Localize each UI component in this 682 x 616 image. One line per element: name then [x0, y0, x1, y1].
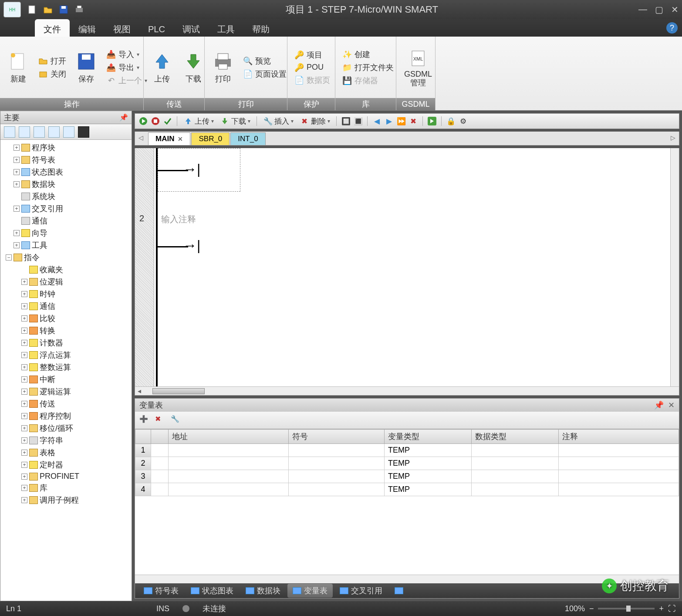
tool-icon[interactable]: 🔧	[171, 415, 182, 426]
col-datatype[interactable]: 数据类型	[472, 430, 559, 444]
qat-save-icon[interactable]	[57, 3, 70, 16]
var-hscroll[interactable]	[135, 575, 679, 583]
btab-status[interactable]: 状态图表	[186, 584, 239, 598]
pin-icon[interactable]: 📌	[119, 113, 128, 122]
tool-icon[interactable]: 🔳	[353, 116, 363, 126]
tb-download-button[interactable]: 下载▾	[218, 116, 252, 126]
tab-sbr0[interactable]: SBR_0	[191, 132, 230, 145]
delete-row-icon[interactable]: ✖	[155, 415, 166, 426]
run-icon[interactable]	[138, 116, 148, 126]
comment-placeholder[interactable]: 输入注释	[161, 213, 196, 225]
close-icon[interactable]: ✕	[671, 4, 679, 15]
tree-shift[interactable]: 移位/循环	[40, 423, 73, 433]
btab-var[interactable]: 变量表	[287, 584, 333, 598]
save-button[interactable]: 保存	[72, 48, 100, 87]
tree-view-icon[interactable]	[34, 126, 45, 138]
download-button[interactable]: 下载	[179, 48, 207, 87]
nav-icon[interactable]: ⏩	[396, 116, 406, 126]
tab-nav-right-icon[interactable]: ▷	[671, 134, 675, 141]
protect-pou-button[interactable]: 🔑POU	[292, 62, 333, 73]
tree-move[interactable]: 传送	[40, 399, 55, 409]
tb-insert-button[interactable]: 🔧插入▾	[261, 116, 295, 126]
go-icon[interactable]	[427, 116, 437, 126]
tree-float[interactable]: 浮点运算	[40, 350, 71, 360]
protect-datapage-button[interactable]: 📄数据页	[292, 74, 333, 86]
tree-bit-logic[interactable]: 位逻辑	[40, 277, 63, 287]
tree-compare[interactable]: 比较	[40, 313, 55, 324]
vertical-scrollbar[interactable]	[670, 148, 679, 386]
close-icon[interactable]: ✕	[668, 400, 675, 410]
col-address[interactable]: 地址	[169, 430, 289, 444]
tree-view-icon[interactable]	[48, 126, 60, 138]
tree-logic[interactable]: 逻辑运算	[40, 386, 71, 397]
zoom-control[interactable]: 100% − + ⛶	[565, 604, 676, 613]
tree-string[interactable]: 字符串	[40, 435, 63, 446]
nav-icon[interactable]: ▶	[384, 116, 394, 126]
export-button[interactable]: 📤导出 ▾	[104, 61, 150, 74]
tb-upload-button[interactable]: 上传▾	[182, 116, 216, 126]
tree-convert[interactable]: 转换	[40, 325, 55, 336]
qat-new-icon[interactable]	[26, 3, 38, 16]
tree-wizard[interactable]: 向导	[32, 228, 47, 238]
tree-program-block[interactable]: 程序块	[32, 142, 55, 153]
ladder-editor[interactable]: →| 2 输入注释 →| ◂	[135, 148, 679, 396]
btab-data[interactable]: 数据块	[240, 584, 286, 598]
tree-instructions[interactable]: 指令	[24, 252, 40, 263]
tree-status-chart[interactable]: 状态图表	[32, 167, 63, 177]
gsdml-button[interactable]: XMLGSDML 管理	[401, 45, 436, 90]
page-setup-button[interactable]: 📄页面设置	[240, 68, 289, 80]
minimize-icon[interactable]: —	[638, 4, 647, 15]
zoom-fit-icon[interactable]: ⛶	[668, 604, 676, 613]
tab-nav-left-icon[interactable]: ◁	[138, 134, 143, 141]
tab-close-icon[interactable]: ✕	[178, 135, 183, 142]
table-row[interactable]: 3TEMP	[135, 470, 679, 483]
open-button[interactable]: 打开	[36, 55, 69, 67]
tab-int0[interactable]: INT_0	[230, 132, 265, 145]
lock-icon[interactable]: 🔒	[446, 116, 456, 126]
import-button[interactable]: 📥导入 ▾	[104, 48, 150, 61]
tree-crossref[interactable]: 交叉引用	[32, 203, 63, 214]
new-button[interactable]: 新建	[4, 48, 32, 87]
horizontal-scrollbar[interactable]: ◂	[135, 386, 679, 395]
table-row[interactable]: 2TEMP	[135, 457, 679, 470]
tree-comm2[interactable]: 通信	[40, 301, 55, 311]
tree-interrupt[interactable]: 中断	[40, 374, 55, 385]
table-row[interactable]: 4TEMP	[135, 483, 679, 496]
tree-timer[interactable]: 定时器	[40, 460, 63, 470]
tab-debug[interactable]: 调试	[174, 19, 209, 37]
pin-icon[interactable]: 📌	[654, 400, 664, 410]
variable-table[interactable]: 地址 符号 变量类型 数据类型 注释 1TEMP 2TEMP 3TEMP 4TE…	[135, 429, 679, 575]
tree-lib[interactable]: 库	[40, 483, 47, 493]
tree-table[interactable]: 表格	[40, 447, 55, 458]
help-icon[interactable]: ?	[666, 22, 678, 34]
add-row-icon[interactable]: ➕	[139, 415, 151, 426]
tree-progctrl[interactable]: 程序控制	[40, 411, 71, 421]
lib-create-button[interactable]: ✨创建	[340, 48, 396, 61]
maximize-icon[interactable]: ▢	[655, 4, 663, 15]
nav-icon[interactable]: ✖	[409, 116, 418, 126]
lib-open-folder-button[interactable]: 📁打开文件夹	[340, 61, 396, 74]
upload-button[interactable]: 上传	[148, 48, 176, 87]
qat-open-icon[interactable]	[42, 3, 54, 16]
tree-data-block[interactable]: 数据块	[32, 179, 55, 190]
tree-view-icon[interactable]	[78, 126, 89, 138]
tab-tools[interactable]: 工具	[209, 19, 243, 37]
preview-button[interactable]: 🔍预览	[240, 55, 289, 67]
close-button[interactable]: 关闭	[36, 68, 69, 80]
zoom-slider[interactable]	[598, 608, 655, 609]
btab-xref[interactable]: 交叉引用	[334, 584, 388, 598]
tab-help[interactable]: 帮助	[243, 19, 278, 37]
prev-button[interactable]: ↶上一个 ▾	[104, 74, 150, 87]
tree-tools[interactable]: 工具	[32, 240, 47, 250]
tab-file[interactable]: 文件	[35, 19, 70, 37]
settings-icon[interactable]: ⚙	[458, 116, 468, 126]
zoom-out-icon[interactable]: −	[589, 604, 594, 613]
col-comment[interactable]: 注释	[559, 430, 679, 444]
tab-edit[interactable]: 编辑	[70, 19, 105, 37]
tab-plc[interactable]: PLC	[139, 19, 174, 37]
tree-symbol-table[interactable]: 符号表	[32, 155, 55, 165]
tree-system-block[interactable]: 系统块	[32, 191, 55, 202]
qat-print-icon[interactable]	[73, 3, 85, 16]
tree-counter[interactable]: 计数器	[40, 338, 63, 348]
col-vartype[interactable]: 变量类型	[385, 430, 472, 444]
